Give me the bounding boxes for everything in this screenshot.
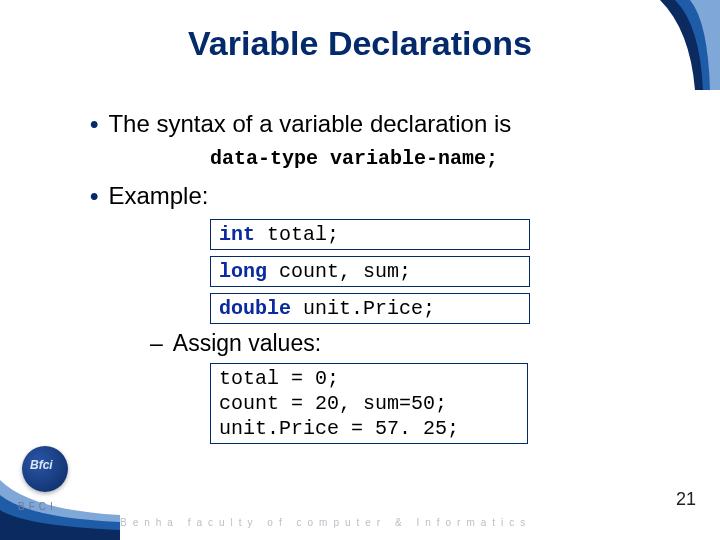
- syntax-line: data-type variable-name;: [210, 147, 650, 170]
- code-3-rest: unit.Price;: [291, 297, 435, 320]
- bullet-syntax: The syntax of a variable declaration is: [90, 108, 650, 139]
- code-box-2: long count, sum;: [210, 256, 530, 287]
- code-2-rest: count, sum;: [267, 260, 411, 283]
- code-box-3: double unit.Price;: [210, 293, 530, 324]
- bfci-label: BFCI: [18, 501, 57, 512]
- slide-title: Variable Declarations: [0, 24, 720, 63]
- bullet-example: Example:: [90, 180, 650, 211]
- assign-block: total = 0; count = 20, sum=50; unit.Pric…: [210, 363, 530, 444]
- example-block: int total; long count, sum; double unit.…: [210, 219, 530, 324]
- page-number: 21: [676, 489, 696, 510]
- code-box-4: total = 0; count = 20, sum=50; unit.Pric…: [210, 363, 528, 444]
- keyword-double: double: [219, 297, 291, 320]
- keyword-int: int: [219, 223, 255, 246]
- code-box-1: int total;: [210, 219, 530, 250]
- content-area: The syntax of a variable declaration is …: [90, 100, 650, 450]
- keyword-long: long: [219, 260, 267, 283]
- footer-text: Benha faculty of computer & Informatics: [120, 517, 531, 528]
- logo-icon: [22, 446, 68, 492]
- slide: Variable Declarations The syntax of a va…: [0, 0, 720, 540]
- sub-bullet-assign: Assign values:: [150, 330, 650, 357]
- code-1-rest: total;: [255, 223, 339, 246]
